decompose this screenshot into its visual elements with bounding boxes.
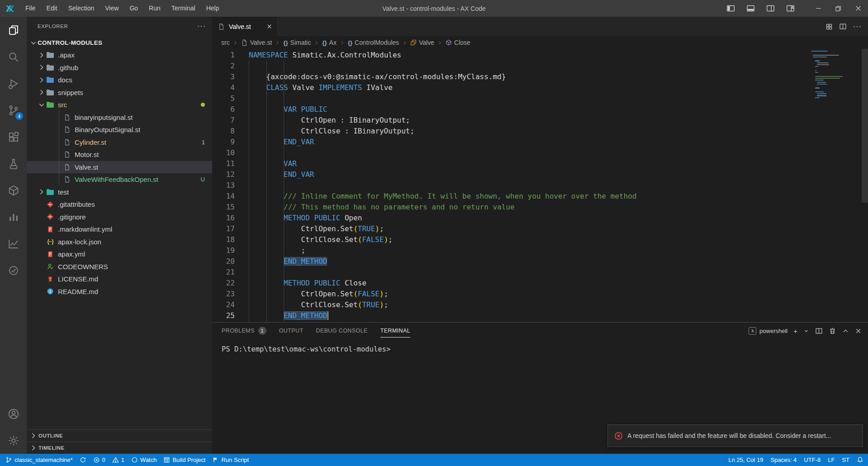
breadcrumb-item-valve.st[interactable]: Valve.st [241, 39, 272, 46]
breadcrumb-item-close[interactable]: Close [446, 39, 470, 46]
status-sync[interactable] [80, 456, 86, 463]
split-icon[interactable] [815, 327, 823, 335]
tree-item-codeowners[interactable]: CODEOWNERS [27, 261, 212, 273]
file-icon [241, 39, 248, 46]
tree-item-license-md[interactable]: LICENSE.md [27, 273, 212, 285]
section-outline[interactable]: OUTLINE [27, 429, 212, 442]
activity-search[interactable] [0, 43, 27, 70]
code-editor[interactable]: 1234567891011121314151617181920212223242… [212, 49, 868, 322]
breadcrumb-item-src[interactable]: src [221, 39, 230, 46]
layout-customize-icon[interactable] [780, 0, 800, 17]
tree-item--apax[interactable]: .apax [27, 49, 212, 62]
status-build-project[interactable]: Build Project [163, 456, 205, 463]
activity-settings[interactable] [0, 427, 27, 454]
tree-item-valve-st[interactable]: Valve.st [27, 161, 212, 174]
split-icon[interactable] [839, 23, 847, 30]
status-problems-errors[interactable]: 0 [93, 456, 105, 463]
explorer-actions-icon[interactable]: ··· [197, 22, 206, 30]
breadcrumb-item-controlmodules[interactable]: {}ControlModules [348, 39, 399, 46]
chevron-up-icon[interactable] [842, 328, 849, 334]
tree-item--markdownlint-yml[interactable]: .markdownlint.yml [27, 223, 212, 236]
minimap[interactable] [811, 51, 854, 99]
tree-item-docs[interactable]: docs [27, 74, 212, 86]
shell-selector[interactable]: powershell [749, 327, 787, 335]
editor-actions: ··· [825, 17, 868, 36]
panel-tab-label: OUTPUT [279, 328, 304, 334]
layout-sidebar-left-icon[interactable] [721, 0, 740, 17]
layout-sidebar-right-icon[interactable] [760, 0, 780, 17]
menu-terminal[interactable]: Terminal [166, 0, 201, 17]
tree-item-binaryinputsignal-st[interactable]: binaryinputsignal.st [27, 111, 212, 124]
panel-tab-output[interactable]: OUTPUT [279, 323, 304, 339]
tree-item-snippets[interactable]: snippets [27, 86, 212, 99]
chevron-small-down-icon[interactable] [803, 328, 809, 334]
trash-icon[interactable] [829, 327, 836, 335]
tree-item-apax-lock-json[interactable]: {··}apax-lock.json [27, 236, 212, 248]
tree-item--gitignore[interactable]: .gitignore [27, 211, 212, 223]
breadcrumb-item-simatic[interactable]: {}Simatic [283, 39, 311, 46]
status-encoding[interactable]: UTF-8 [804, 456, 821, 463]
tree-item--gitattributes[interactable]: .gitattributes [27, 198, 212, 211]
minimize-icon[interactable] [808, 0, 828, 17]
menu-go[interactable]: Go [124, 0, 143, 17]
tab-valve-st[interactable]: Valve.st [212, 17, 277, 36]
activity-metrics[interactable] [0, 204, 27, 230]
close-small-icon[interactable] [855, 328, 862, 334]
json-icon: {··} [46, 238, 55, 246]
namespace-icon: {} [348, 39, 352, 46]
close-icon[interactable] [848, 0, 868, 17]
panel-tab-problems[interactable]: PROBLEMS1 [222, 323, 266, 339]
activity-source-control[interactable]: 4 [0, 97, 27, 124]
status-indentation[interactable]: Spaces: 4 [771, 456, 797, 463]
tree-item-src[interactable]: src [27, 99, 212, 111]
activity-test-explorer[interactable] [0, 150, 27, 177]
tree-item-test[interactable]: test [27, 186, 212, 199]
terminal-prompt[interactable]: PS D:\temp\test\omac-ws\control-modules> [212, 339, 868, 353]
activity-extensions[interactable] [0, 124, 27, 150]
layout-panel-icon[interactable] [740, 0, 760, 17]
status-eol[interactable]: LF [828, 456, 835, 463]
menu-view[interactable]: View [100, 0, 124, 17]
tree-item-badge: U [201, 176, 205, 183]
menu-selection[interactable]: Selection [63, 0, 100, 17]
notification-toast[interactable]: A request has failed and the feature wil… [607, 424, 863, 447]
status-label: UTF-8 [804, 456, 821, 463]
panel-tab-debug-console[interactable]: DEBUG CONSOLE [316, 323, 367, 339]
activity-accounts[interactable] [0, 400, 27, 427]
tree-item-binaryoutputsignal-st[interactable]: BinaryOutputSignal.st [27, 124, 212, 136]
activity-packages[interactable] [0, 177, 27, 204]
new-terminal-icon[interactable]: + [793, 327, 797, 335]
panel-tab-terminal[interactable]: TERMINAL [380, 323, 410, 339]
status-language-mode[interactable]: ST [842, 456, 849, 463]
activity-trends[interactable] [0, 230, 27, 257]
tree-item-valvewithfeedbackopen-st[interactable]: ValveWithFeedbackOpen.stU [27, 173, 212, 186]
tree-item-motor-st[interactable]: Motor.st [27, 148, 212, 161]
more-actions-icon[interactable]: ··· [853, 23, 862, 31]
restore-icon[interactable] [828, 0, 848, 17]
status-problems-warnings[interactable]: 1 [112, 456, 124, 463]
folder-root[interactable]: CONTROL-MODULES [27, 37, 212, 49]
menu-help[interactable]: Help [201, 0, 225, 17]
status-cursor-position[interactable]: Ln 25, Col 19 [728, 456, 763, 463]
status-notifications[interactable] [857, 456, 863, 463]
breadcrumb-item-valve[interactable]: Valve [410, 39, 434, 46]
breadcrumb-item-ax[interactable]: {}Ax [322, 39, 336, 46]
status-watch[interactable]: Watch [131, 456, 157, 463]
menu-edit[interactable]: Edit [41, 0, 63, 17]
tree-item-apax-yml[interactable]: apax.yml [27, 248, 212, 261]
section-timeline[interactable]: TIMELINE [27, 442, 212, 454]
status-git-branch[interactable]: classic_statemachine* [5, 456, 73, 463]
activity-explorer[interactable] [0, 17, 27, 43]
tree-item--github[interactable]: .github [27, 62, 212, 74]
tree-item-readme-md[interactable]: README.md [27, 285, 212, 298]
menu-file[interactable]: File [20, 0, 41, 17]
tree-item-cylinder-st[interactable]: Cylinder.st1 [27, 136, 212, 149]
status-run-script[interactable]: Run Script [212, 456, 249, 463]
tab-close-icon[interactable] [266, 24, 272, 29]
activity-verification[interactable] [0, 257, 27, 284]
activity-run-debug[interactable] [0, 70, 27, 97]
grid-icon[interactable] [825, 23, 833, 30]
menu-run[interactable]: Run [143, 0, 166, 17]
tree-item-label: .apax [58, 51, 75, 59]
editor-scrollbar[interactable] [862, 49, 868, 322]
